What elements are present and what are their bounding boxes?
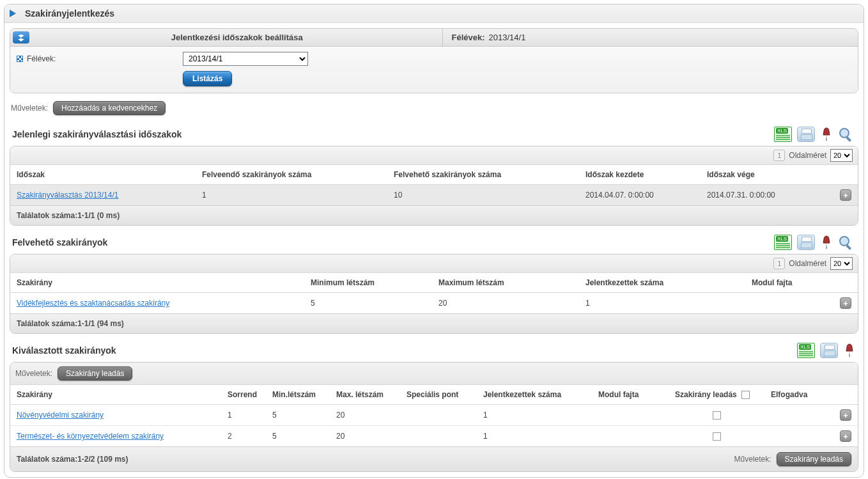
result-count: Találatok száma:1-2/2 (109 ms) <box>17 455 128 464</box>
svg-point-0 <box>840 129 849 137</box>
period-link[interactable]: Szakirányválasztás 2013/14/1 <box>17 191 118 200</box>
table-row: Szakirányválasztás 2013/14/1 1 10 2014.0… <box>10 185 858 206</box>
page-number[interactable]: 1 <box>773 150 785 161</box>
top-actions-label: Műveletek: <box>11 104 48 113</box>
selected-grid: Műveletek: Szakirány leadás Szakirány So… <box>10 362 858 472</box>
col-min[interactable]: Min.létszám <box>266 385 330 405</box>
xls-export-icon[interactable] <box>797 343 815 358</box>
print-icon[interactable] <box>820 343 838 358</box>
cell: 5 <box>304 293 432 314</box>
col-spec[interactable]: Szakirány <box>10 385 221 405</box>
row-checkbox[interactable] <box>713 432 721 441</box>
main-frame: Szakirányjelentkezés Jelentkezési idősza… <box>4 4 864 478</box>
col-applied[interactable]: Jelentkezettek száma <box>477 385 592 405</box>
footer-actions: Műveletek: Szakirány leadás <box>734 452 851 466</box>
col-period[interactable]: Időszak <box>10 165 196 185</box>
table-row: Növényvédelmi szakirány 1 5 20 1 + <box>10 405 858 426</box>
filter-header-semester-label: Félévek: <box>452 33 485 42</box>
available-grid: 1 Oldalméret 20 Szakirány Minimum létszá… <box>10 254 858 334</box>
print-icon[interactable] <box>797 127 815 142</box>
col-applied[interactable]: Jelentkezettek száma <box>579 273 745 293</box>
row-checkbox[interactable] <box>713 411 721 420</box>
filter-label-text: Félévek: <box>27 54 56 63</box>
cell: 1 <box>196 185 387 206</box>
row-expand-button[interactable]: + <box>840 189 851 201</box>
list-button[interactable]: Listázás <box>183 71 232 86</box>
pagesize-select[interactable]: 20 <box>830 257 853 270</box>
col-spec[interactable]: Szakirány <box>10 273 304 293</box>
filter-body: Félévek: 2013/14/1 Listázás <box>10 47 858 93</box>
section-selected: Kiválasztott szakirányok Műveletek: Szak… <box>10 336 858 472</box>
col-module[interactable]: Modul fajta <box>745 273 833 293</box>
section-periods-tools <box>774 127 856 142</box>
search-icon[interactable] <box>838 235 856 250</box>
row-expand-button[interactable]: + <box>840 409 851 421</box>
periods-grid-top: 1 Oldalméret 20 <box>10 146 858 165</box>
drop-spec-button[interactable]: Szakirány leadás <box>58 366 132 381</box>
pin-icon[interactable] <box>820 235 833 250</box>
section-selected-header: Kiválasztott szakirányok <box>10 336 858 362</box>
cell <box>764 405 833 426</box>
col-drop[interactable]: Szakirány leadás <box>669 385 764 405</box>
col-special[interactable]: Speciális pont <box>400 385 477 405</box>
section-periods-title: Jelenlegi szakirányválasztási időszakok <box>12 129 182 139</box>
xls-export-icon[interactable] <box>774 127 792 142</box>
col-module[interactable]: Modul fajta <box>592 385 669 405</box>
section-available-title: Felvehető szakirányok <box>12 237 107 247</box>
available-grid-footer: Találatok száma:1-1/1 (94 ms) <box>10 313 858 333</box>
spec-link[interactable]: Természet- és környezetvédelem szakirány <box>17 432 164 441</box>
filter-header-title: Jelentkezési időszakok beállítása <box>32 29 443 46</box>
col-required[interactable]: Felveendő szakirányok száma <box>196 165 387 185</box>
cell: 5 <box>266 405 330 426</box>
add-favorite-button[interactable]: Hozzáadás a kedvencekhez <box>53 101 166 115</box>
cell: 10 <box>387 185 579 206</box>
col-max[interactable]: Max. létszám <box>330 385 400 405</box>
col-accepted[interactable]: Elfogadva <box>764 385 833 405</box>
spec-link[interactable]: Vidékfejlesztés és szaktanácsadás szakir… <box>17 299 169 308</box>
cell: 1 <box>221 405 266 426</box>
cell: 2014.07.31. 0:00:00 <box>701 185 833 206</box>
cell: 20 <box>330 405 400 426</box>
result-count: Találatok száma:1-1/1 (94 ms) <box>17 319 124 328</box>
cell <box>400 405 477 426</box>
section-periods: Jelenlegi szakirányválasztási időszakok … <box>10 120 858 226</box>
periods-table: Időszak Felveendő szakirányok száma Felv… <box>10 165 858 205</box>
semester-select[interactable]: 2013/14/1 <box>183 52 308 66</box>
table-row: Természet- és környezetvédelem szakirány… <box>10 426 858 447</box>
col-max[interactable]: Maximum létszám <box>432 273 579 293</box>
available-grid-top: 1 Oldalméret 20 <box>10 255 858 273</box>
cell <box>745 293 833 314</box>
inner-actions-label: Műveletek: <box>15 369 52 378</box>
spec-link[interactable]: Növényvédelmi szakirány <box>17 411 104 420</box>
cell: 2 <box>221 426 266 447</box>
col-start[interactable]: Időszak kezdete <box>579 165 701 185</box>
col-min[interactable]: Minimum létszám <box>304 273 432 293</box>
col-order[interactable]: Sorrend <box>221 385 266 405</box>
row-expand-button[interactable]: + <box>840 430 851 442</box>
col-available[interactable]: Felvehető szakirányok száma <box>387 165 579 185</box>
selected-table: Szakirány Sorrend Min.létszám Max. létsz… <box>10 385 858 446</box>
page-number[interactable]: 1 <box>773 258 785 269</box>
xls-export-icon[interactable] <box>774 235 792 250</box>
col-end[interactable]: Időszak vége <box>701 165 833 185</box>
filter-panel: Jelentkezési időszakok beállítása Féléve… <box>10 28 858 93</box>
cell: 20 <box>432 293 579 314</box>
row-expand-button[interactable]: + <box>840 297 851 309</box>
drop-spec-button-footer[interactable]: Szakirány leadás <box>777 452 851 466</box>
pin-icon[interactable] <box>820 127 833 142</box>
filter-header: Jelentkezési időszakok beállítása Féléve… <box>10 29 858 47</box>
print-icon[interactable] <box>797 235 815 250</box>
section-selected-tools <box>797 343 856 358</box>
pagesize-select[interactable]: 20 <box>830 149 853 162</box>
select-all-checkbox[interactable] <box>741 391 750 399</box>
cell: 1 <box>477 405 592 426</box>
filter-row-semester: Félévek: 2013/14/1 <box>17 52 851 66</box>
section-periods-header: Jelenlegi szakirányválasztási időszakok <box>10 120 858 146</box>
search-icon[interactable] <box>838 127 856 142</box>
collapse-button[interactable] <box>13 31 29 43</box>
section-available-header: Felvehető szakirányok <box>10 228 858 254</box>
pin-icon[interactable] <box>843 343 856 358</box>
cell: 20 <box>330 426 400 447</box>
section-available-tools <box>774 235 856 250</box>
diamond-icon <box>17 56 23 62</box>
